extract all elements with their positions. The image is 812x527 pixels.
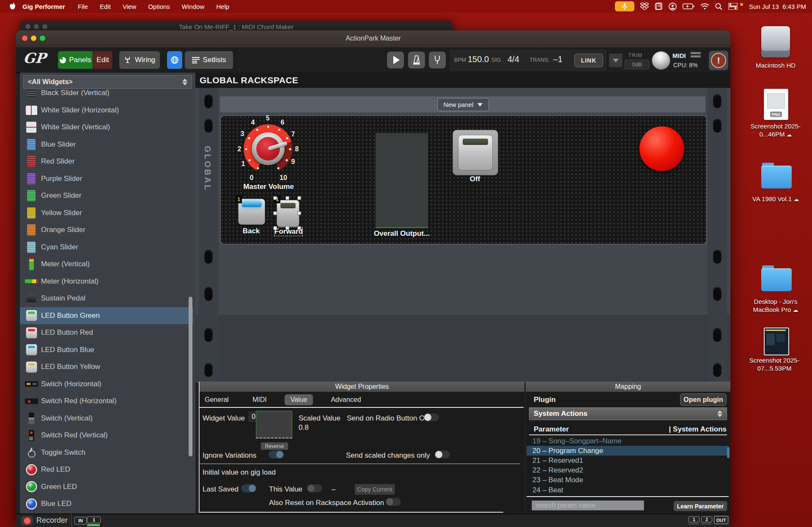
menu-window[interactable]: Window — [176, 0, 210, 13]
parameter-row[interactable]: 21 – Reserved1 — [527, 456, 729, 465]
list-item[interactable]: Switch Red (Horizontal) — [20, 393, 193, 410]
list-item[interactable]: Meter (Vertical) — [20, 256, 193, 273]
wiring-button[interactable]: Wiring — [119, 51, 160, 69]
last-saved-toggle[interactable] — [241, 484, 256, 492]
menu-app-name[interactable]: Gig Performer — [16, 0, 72, 13]
list-item[interactable]: Green LED — [20, 478, 193, 496]
red-led-widget[interactable] — [639, 126, 684, 171]
new-panel-button[interactable]: New panel — [437, 98, 489, 111]
parameter-row[interactable]: 23 – Beat Mode — [527, 475, 729, 485]
desktop-icon-label[interactable]: VA 1980 Vol.1 ☁ — [744, 195, 807, 203]
folder-icon[interactable] — [761, 268, 792, 291]
folder-icon[interactable] — [761, 166, 792, 188]
copy-current-button[interactable]: Copy Current — [354, 484, 395, 495]
plugin-dropdown[interactable]: System Actions — [529, 407, 727, 420]
parameter-row[interactable]: 22 – Reserved2 — [527, 466, 729, 475]
selection-handles[interactable] — [273, 196, 301, 230]
list-item[interactable]: Switch Red (Vertical) — [20, 427, 193, 444]
list-item[interactable]: Sustain Pedal — [20, 290, 193, 307]
tab-general[interactable]: General — [199, 394, 235, 405]
parameter-row[interactable]: 19 – Song–Songpart–Name — [527, 436, 729, 446]
bpm-value[interactable]: 150.0 — [468, 55, 489, 64]
list-item[interactable]: Orange Slider — [20, 221, 193, 239]
list-item[interactable]: LED Button Yellow — [20, 358, 193, 376]
menu-view[interactable]: View — [117, 0, 142, 13]
tab-value[interactable]: Value — [285, 394, 313, 405]
learn-parameter-button[interactable]: Learn Parameter — [673, 501, 727, 511]
list-item[interactable]: Purple Slider — [20, 170, 193, 188]
list-item[interactable]: Red LED — [20, 461, 193, 478]
list-item[interactable]: Yellow Slider — [20, 205, 193, 222]
menu-help[interactable]: Help — [210, 0, 235, 13]
list-item[interactable]: LED Button Red — [20, 324, 193, 341]
transport-dropdown-button[interactable] — [609, 54, 623, 67]
master-trim-knob[interactable] — [652, 51, 670, 70]
list-item-selected[interactable]: LED Button Green — [20, 307, 193, 325]
sidebar-scrollbar[interactable] — [189, 297, 192, 456]
reverse-button[interactable]: Reverse — [261, 442, 288, 450]
parameter-row-selected[interactable]: 20 – Program Change — [527, 446, 729, 456]
list-item[interactable]: White Slider (Horizontal) — [20, 102, 193, 119]
dropbox-icon[interactable] — [640, 3, 649, 10]
sig-value[interactable]: 4/4 — [508, 55, 519, 64]
wifi-icon[interactable] — [700, 3, 709, 10]
battery-icon[interactable] — [683, 3, 694, 9]
list-item[interactable]: Meter (Horizontal) — [20, 273, 193, 290]
list-item[interactable]: Cyan Slider — [20, 239, 193, 256]
value-curve-editor[interactable] — [256, 411, 292, 439]
apple-menu-icon[interactable] — [9, 3, 16, 10]
panic-button[interactable]: ! — [709, 51, 728, 70]
this-value-toggle[interactable] — [307, 484, 322, 492]
link-button[interactable]: LINK — [574, 54, 603, 67]
menu-edit[interactable]: Edit — [94, 0, 117, 13]
desktop-icon-label[interactable]: Screenshot 2025-07...5.53PM — [743, 357, 806, 373]
metronome-button[interactable] — [408, 52, 425, 68]
also-reset-toggle[interactable] — [386, 498, 401, 506]
list-item[interactable]: Blue Slider — [20, 136, 193, 153]
parameter-scrollbar[interactable] — [727, 447, 730, 458]
global-rackspace-button[interactable] — [167, 51, 182, 69]
list-item[interactable]: LED Button Blue — [20, 341, 193, 359]
off-widget-button[interactable] — [453, 130, 498, 175]
panels-button[interactable]: Panels — [58, 51, 93, 69]
desktop-icon-label[interactable]: Screenshot 2025-0...46PM ☁ — [744, 123, 807, 139]
microphone-status-icon[interactable] — [615, 1, 634, 11]
screenshot-file-icon[interactable] — [764, 328, 789, 355]
overall-output-meter[interactable] — [376, 133, 428, 228]
menu-file[interactable]: File — [72, 0, 94, 13]
widget-filter-dropdown[interactable]: <All Widgets> — [23, 75, 192, 89]
list-item[interactable]: Green Slider — [20, 187, 193, 205]
trim-value[interactable]: 0dB — [625, 60, 649, 69]
png-file-icon[interactable]: PNG — [764, 89, 788, 120]
menu-options[interactable]: Options — [142, 0, 176, 13]
menu-clock[interactable]: Sun Jul 13 6:43 PM — [749, 3, 806, 10]
list-item[interactable]: Red Slider — [20, 153, 193, 170]
tab-midi[interactable]: MIDI — [247, 394, 273, 405]
list-item[interactable]: Black Slider (Vertical) — [20, 90, 193, 102]
list-item[interactable]: Switch (Horizontal) — [20, 376, 193, 393]
edit-button[interactable]: Edit — [93, 51, 112, 69]
list-item[interactable]: Toggle Switch — [20, 444, 193, 461]
search-icon[interactable] — [715, 3, 722, 10]
parameter-row[interactable]: 24 – Beat — [527, 485, 729, 495]
send-scaled-toggle[interactable] — [435, 451, 450, 459]
setlists-button[interactable]: Setlists — [185, 51, 233, 69]
play-button[interactable] — [387, 52, 404, 68]
trans-value[interactable]: –1 — [553, 55, 562, 64]
tuner-button[interactable] — [429, 52, 446, 68]
control-center-icon[interactable] — [728, 3, 738, 10]
hard-drive-icon[interactable] — [761, 26, 790, 57]
list-item[interactable]: Switch (Vertical) — [20, 410, 193, 427]
master-volume-knob[interactable]: 0 1 2 3 4 5 6 7 8 9 10 — [233, 115, 304, 187]
desktop-icon-label[interactable]: Macintosh HD — [744, 62, 807, 70]
back-widget-button[interactable] — [238, 199, 265, 225]
open-plugin-button[interactable]: Open plugin — [680, 393, 727, 406]
list-item[interactable]: White Slider (Vertical) — [20, 119, 193, 136]
search-param-input[interactable] — [532, 500, 644, 511]
recorder-button[interactable] — [21, 516, 33, 525]
notes-icon[interactable] — [655, 3, 663, 10]
send-on-radio-toggle[interactable] — [424, 413, 439, 421]
account-icon[interactable] — [669, 3, 677, 11]
list-item[interactable]: Blue LED — [20, 495, 193, 513]
ignore-variations-toggle[interactable] — [269, 451, 284, 459]
